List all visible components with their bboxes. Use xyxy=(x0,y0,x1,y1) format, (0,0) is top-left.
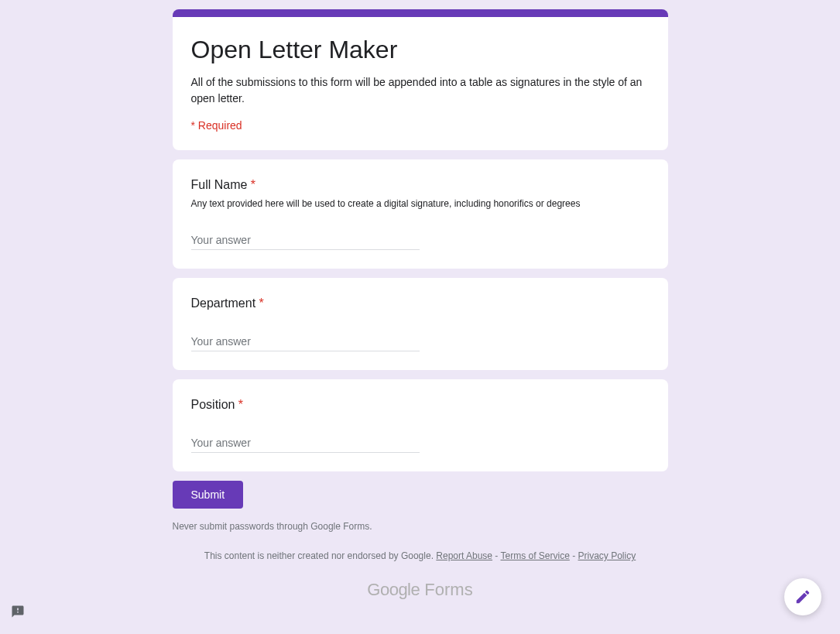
question-label: Full Name * xyxy=(191,178,650,192)
google-text: Google xyxy=(367,580,420,599)
form-description: All of the submissions to this form will… xyxy=(191,74,650,107)
form-title: Open Letter Maker xyxy=(191,34,650,65)
header-card: Open Letter Maker All of the submissions… xyxy=(173,9,668,150)
question-position: Position * xyxy=(173,379,668,471)
form-container: Open Letter Maker All of the submissions… xyxy=(173,9,668,615)
forms-text: Forms xyxy=(420,580,472,599)
submit-row: Submit xyxy=(173,481,668,509)
google-forms-logo[interactable]: Google Forms xyxy=(173,580,668,615)
question-department: Department * xyxy=(173,278,668,370)
required-note: * Required xyxy=(191,119,650,132)
separator: - xyxy=(492,550,500,561)
department-input[interactable] xyxy=(191,329,420,351)
edit-button[interactable] xyxy=(784,578,821,615)
terms-link[interactable]: Terms of Service xyxy=(500,550,569,561)
footer-disclaimer: This content is neither created nor endo… xyxy=(173,550,668,561)
label-text: Full Name xyxy=(191,178,248,191)
submit-button[interactable]: Submit xyxy=(173,481,244,509)
required-asterisk: * xyxy=(255,296,264,310)
question-label: Position * xyxy=(191,398,650,412)
privacy-link[interactable]: Privacy Policy xyxy=(578,550,636,561)
question-help: Any text provided here will be used to c… xyxy=(191,198,650,209)
required-asterisk: * xyxy=(235,398,243,411)
disclaimer-text: This content is neither created nor endo… xyxy=(204,550,437,561)
feedback-icon[interactable] xyxy=(11,605,25,619)
required-asterisk: * xyxy=(247,178,255,191)
report-abuse-link[interactable]: Report Abuse xyxy=(436,550,492,561)
full-name-input[interactable] xyxy=(191,228,420,250)
password-warning: Never submit passwords through Google Fo… xyxy=(173,521,668,532)
pencil-icon xyxy=(794,588,811,605)
question-label: Department * xyxy=(191,296,650,310)
label-text: Department xyxy=(191,296,256,310)
position-input[interactable] xyxy=(191,430,420,453)
label-text: Position xyxy=(191,398,235,411)
separator: - xyxy=(570,550,578,561)
question-full-name: Full Name * Any text provided here will … xyxy=(173,159,668,269)
